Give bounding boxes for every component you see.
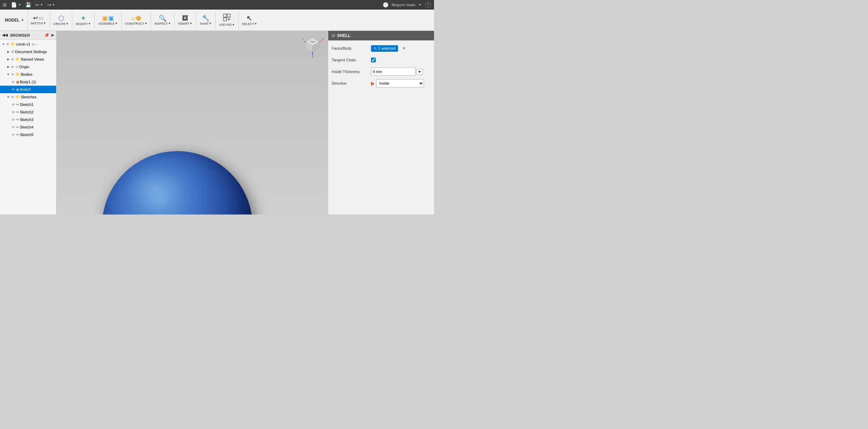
toolbar-construct[interactable]: ▱⬤ CONSTRUCT▼ xyxy=(123,10,149,30)
body3-eye-icon[interactable]: 👁 xyxy=(12,88,15,91)
tree-item-named-views[interactable]: ▶ 👁 📁 Named Views xyxy=(0,56,56,63)
body1-eye-icon[interactable]: 👁 xyxy=(12,80,15,84)
thickness-dropdown-btn[interactable]: ▼ xyxy=(416,69,423,75)
svg-rect-0 xyxy=(224,14,227,17)
model-dropdown-icon: ▼ xyxy=(21,19,24,22)
orientation-gizmo[interactable]: X Y Z TOP xyxy=(301,34,324,58)
root-vis-icon[interactable]: ○ xyxy=(36,42,38,46)
sketches-expand-icon[interactable]: ▼ xyxy=(6,95,10,99)
tree-item-sketch4[interactable]: 👁 ✏ Sketch4 xyxy=(0,123,56,131)
body3-label: Body3 xyxy=(20,87,30,91)
root-eye-icon[interactable]: 👁 xyxy=(6,42,10,46)
sketches-eye-icon[interactable]: 👁 xyxy=(11,95,14,99)
named-views-label: Named Views xyxy=(21,57,44,61)
sidebar-collapse-left[interactable]: ◀◀ xyxy=(2,33,8,37)
toolbar-insert[interactable]: 🖼 INSERT▼ xyxy=(176,10,194,30)
bodies-folder-icon: 📁 xyxy=(15,72,20,77)
named-views-expand-icon[interactable]: ▶ xyxy=(6,58,10,61)
toolbar-inspect[interactable]: 🔍 INSPECT▼ xyxy=(152,10,173,30)
sketch-label: SKETCH▼ xyxy=(30,22,46,25)
named-views-eye-icon[interactable]: 👁 xyxy=(11,58,14,61)
create-icon: ⬡ xyxy=(58,15,64,22)
bodies-expand-icon[interactable]: ▼ xyxy=(6,73,10,76)
toolbar-sep-6 xyxy=(174,12,175,28)
model-label: MODEL xyxy=(5,18,20,23)
tree-item-origin[interactable]: ▶ 👁 ⊕ Origin xyxy=(0,63,56,71)
svg-text:Y: Y xyxy=(302,38,304,41)
bodies-eye-icon[interactable]: 👁 xyxy=(11,73,14,76)
sketch3-eye-icon[interactable]: 👁 xyxy=(12,118,15,122)
clock-icon[interactable]: 🕐 xyxy=(383,2,388,8)
user-name[interactable]: Megumi Iwata xyxy=(392,3,415,7)
toolbar-assemble[interactable]: ▣▣ ASSEMBLE▼ xyxy=(96,10,119,30)
grid-icon[interactable]: ⊞ xyxy=(3,2,7,8)
inside-thickness-row: Inside Thickness ▼ xyxy=(332,67,431,76)
undo-icon[interactable]: ↩ xyxy=(35,2,39,8)
origin-eye-icon[interactable]: 👁 xyxy=(11,65,14,69)
sidebar-pin-icon[interactable]: 📌 xyxy=(44,33,49,38)
sketch4-eye-icon[interactable]: 👁 xyxy=(12,125,15,129)
make-label: MAKE▼ xyxy=(200,22,212,25)
sketch1-eye-icon[interactable]: 👁 xyxy=(12,103,15,107)
3d-model-container: .00 xyxy=(102,151,266,214)
modify-label: MODIFY▼ xyxy=(76,22,91,26)
tree-item-sketch5[interactable]: 👁 ✏ Sketch5 xyxy=(0,131,56,138)
root-gear-icon[interactable]: ⚙ xyxy=(32,42,35,46)
sidebar-header: ◀◀ BROWSER 📌 ▶ xyxy=(0,31,56,40)
origin-label: Origin xyxy=(19,65,29,69)
origin-expand-icon[interactable]: ▶ xyxy=(6,65,10,69)
sketch5-eye-icon[interactable]: 👁 xyxy=(12,133,15,137)
sidebar-close-icon[interactable]: ▶ xyxy=(51,33,54,37)
svg-text:X: X xyxy=(322,38,324,41)
direction-select[interactable]: Inside Outside Both Sides xyxy=(376,79,424,87)
clear-selection-button[interactable]: ✕ xyxy=(401,46,407,51)
toolbar-sep-2 xyxy=(72,12,72,28)
tree-item-doc-settings[interactable]: ▶ ⚙ Document Settings xyxy=(0,48,56,56)
new-file-icon[interactable]: 📄 xyxy=(11,2,17,8)
redo-dropdown-icon[interactable]: ▼ xyxy=(52,3,55,7)
root-expand-icon[interactable]: ▼ xyxy=(1,42,5,46)
undo-dropdown-icon[interactable]: ▼ xyxy=(40,3,43,7)
tree-item-body3[interactable]: 👁 ◼ Body3 xyxy=(0,86,56,93)
doc-settings-label: Document Settings xyxy=(15,50,47,54)
sidebar-tree: ▼ 👁 📁 comb v1 ⚙ ○ ▶ ⚙ Document Settings … xyxy=(0,40,56,214)
top-bar: ⊞ 📄 ▼ 💾 ↩ ▼ ↪ ▼ 🕐 Megumi Iwata ▼ ? xyxy=(0,0,434,10)
tree-item-bodies[interactable]: ▼ 👁 📁 Bodies xyxy=(0,71,56,78)
toolbar-sketch[interactable]: ↩▭ SKETCH▼ xyxy=(28,10,48,30)
addins-label: ADD-INS▼ xyxy=(219,23,235,26)
tree-item-root[interactable]: ▼ 👁 📁 comb v1 ⚙ ○ xyxy=(0,40,56,48)
construct-label: CONSTRUCT▼ xyxy=(125,22,147,25)
toolbar-select[interactable]: ↖ SELECT▼ xyxy=(240,10,259,30)
tree-item-sketch2[interactable]: 👁 ✏ Sketch2 xyxy=(0,108,56,116)
sketch5-icon: ✏ xyxy=(16,133,19,137)
thickness-input-field[interactable] xyxy=(371,68,416,76)
tangent-chain-value xyxy=(371,58,431,62)
toolbar-make[interactable]: 🔧 MAKE▼ xyxy=(197,10,214,30)
sketch2-eye-icon[interactable]: 👁 xyxy=(12,110,15,114)
panel-header-dot xyxy=(332,34,335,37)
tree-item-sketches[interactable]: ▼ 👁 📁 Sketches xyxy=(0,93,56,101)
tangent-chain-checkbox[interactable] xyxy=(371,58,376,62)
help-icon[interactable]: ? xyxy=(425,2,431,8)
model-button[interactable]: MODEL ▼ xyxy=(1,10,28,30)
user-dropdown-icon[interactable]: ▼ xyxy=(419,3,422,7)
bodies-label: Bodies xyxy=(21,72,33,76)
cursor-sel-icon: ↖ xyxy=(374,46,377,51)
canvas-area[interactable]: .00 X Y Z TOP ⊕ xyxy=(56,31,328,214)
toolbar-addins[interactable]: ADD-INS▼ xyxy=(217,10,237,30)
tree-item-sketch1[interactable]: 👁 ✏ Sketch1 xyxy=(0,101,56,108)
new-dropdown-icon[interactable]: ▼ xyxy=(18,3,21,7)
sketch-icon: ↩▭ xyxy=(33,15,43,21)
svg-point-3 xyxy=(103,152,252,214)
toolbar-modify[interactable]: ✦ MODIFY▼ xyxy=(74,10,93,30)
tree-item-sketch3[interactable]: 👁 ✏ Sketch3 xyxy=(0,116,56,123)
selected-badge[interactable]: ↖ 1 selected xyxy=(371,45,398,52)
save-icon[interactable]: 💾 xyxy=(25,2,31,8)
toolbar-create[interactable]: ⬡ CREATE▼ xyxy=(51,10,71,30)
doc-expand-icon[interactable]: ▶ xyxy=(6,50,10,53)
redo-icon[interactable]: ↪ xyxy=(47,2,51,8)
named-views-folder-icon: 📁 xyxy=(15,57,20,62)
faces-body-row: Faces/Body ↖ 1 selected ✕ xyxy=(332,44,431,53)
tree-item-body1[interactable]: 👁 ◼ Body1 (1) xyxy=(0,78,56,86)
sketch1-label: Sketch1 xyxy=(20,102,34,107)
